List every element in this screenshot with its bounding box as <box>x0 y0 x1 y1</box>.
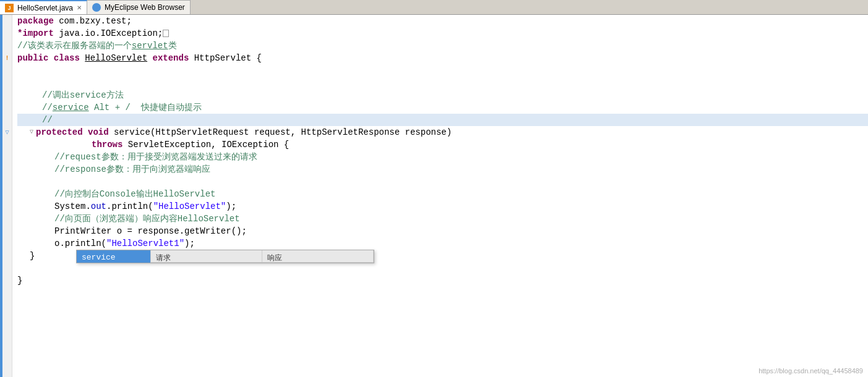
gutter-line-7 <box>2 89 12 101</box>
code-line-5 <box>17 64 868 77</box>
gutter: ! ▽ <box>2 15 12 377</box>
autocomplete-popup[interactable]: service 请求 响应 <box>76 250 374 263</box>
code-line-22: } <box>17 274 868 287</box>
code-area[interactable]: package com.bzxy.test; *import java.io.I… <box>12 15 868 377</box>
gutter-line-19 <box>2 237 12 250</box>
import-block-icon <box>163 30 169 37</box>
title-bar: J HelloServlet.java ✕ MyEclipse Web Brow… <box>0 0 868 15</box>
watermark: https://blog.csdn.net/qq_44458489 <box>758 367 863 375</box>
tab-java-close[interactable]: ✕ <box>77 4 82 11</box>
gutter-line-2 <box>2 27 12 40</box>
gutter-line-18 <box>2 225 12 237</box>
tab-java-label: HelloServlet.java <box>17 4 73 12</box>
gutter-line-9 <box>2 114 12 126</box>
code-line-7: //调出service方法 <box>17 89 868 101</box>
autocomplete-item-service[interactable]: service <box>77 250 150 263</box>
gutter-line-5 <box>2 64 12 77</box>
code-line-17: //向页面（浏览器端）响应内容HelloServlet <box>17 213 868 225</box>
editor-body: ! ▽ package com.bzxy.test; <box>0 15 868 377</box>
code-line-12: //request参数：用于接受浏览器端发送过来的请求 <box>17 151 868 163</box>
gutter-line-16 <box>2 200 12 213</box>
autocomplete-detail: 请求 响应 <box>151 250 374 263</box>
code-line-11: throws ServletException, IOException { <box>17 138 868 151</box>
code-line-16: System.out.println("HelloServlet"); <box>17 200 868 213</box>
gutter-line-13 <box>2 163 12 176</box>
autocomplete-col-response-header: 响应 <box>262 250 373 263</box>
code-line-10: ▽ protected void service(HttpServletRequ… <box>17 126 868 138</box>
code-line-18: PrintWriter o = response.getWriter(); <box>17 225 868 237</box>
autocomplete-col-request: 请求 <box>151 250 262 263</box>
gutter-line-14 <box>2 176 12 188</box>
collapse-marker[interactable]: ▽ <box>30 126 33 138</box>
code-line-21 <box>17 262 868 274</box>
gutter-line-11 <box>2 138 12 151</box>
code-line-2: *import java.io.IOException; <box>17 27 868 40</box>
keyword-package: package <box>17 15 54 27</box>
code-line-6 <box>17 77 868 89</box>
gutter-line-15 <box>2 188 12 200</box>
gutter-line-3 <box>2 40 12 52</box>
gutter-warning: ! <box>2 52 12 64</box>
code-line-3: //该类表示在服务器端的一个servlet类 <box>17 40 868 52</box>
tab-list: J HelloServlet.java ✕ MyEclipse Web Brow… <box>0 0 191 14</box>
code-line-4: public class HelloServlet extends HttpSe… <box>17 52 868 64</box>
gutter-line-6 <box>2 77 12 89</box>
code-line-15: //向控制台Console输出HelloServlet <box>17 188 868 200</box>
code-line-9: // service 请求 响应 <box>17 114 868 126</box>
java-file-icon: J <box>5 4 14 12</box>
autocomplete-col-request-header: 请求 <box>151 250 262 263</box>
gutter-line-17 <box>2 213 12 225</box>
tab-java[interactable]: J HelloServlet.java ✕ <box>0 0 87 14</box>
code-line-13: //response参数：用于向浏览器端响应 <box>17 163 868 176</box>
gutter-line-8 <box>2 101 12 114</box>
tab-browser[interactable]: MyEclipse Web Browser <box>87 0 191 14</box>
autocomplete-list: service <box>77 250 151 263</box>
gutter-line-12 <box>2 151 12 163</box>
editor-container: ! ▽ package com.bzxy.test; <box>0 15 868 377</box>
code-line-19: o.println("HelloServlet1"); <box>17 237 868 250</box>
tab-browser-label: MyEclipse Web Browser <box>105 3 185 12</box>
code-line-14 <box>17 176 868 188</box>
code-line-1: package com.bzxy.test; <box>17 15 868 27</box>
keyword-import: import <box>22 27 53 40</box>
autocomplete-col-response: 响应 <box>262 250 374 263</box>
code-line-8: //service Alt + / 快捷键自动提示 <box>17 101 868 114</box>
browser-icon <box>92 3 101 12</box>
gutter-line-1 <box>2 15 12 27</box>
gutter-collapse-1[interactable]: ▽ <box>2 126 12 138</box>
